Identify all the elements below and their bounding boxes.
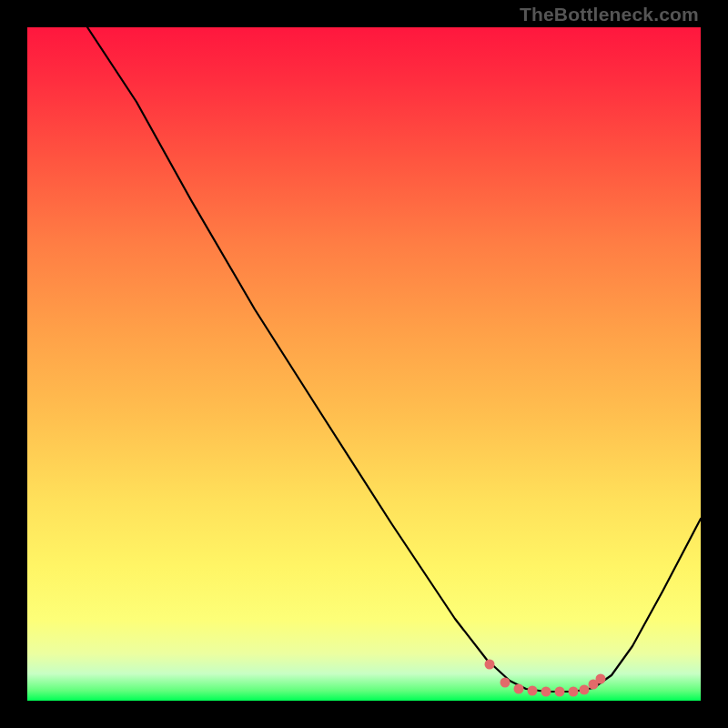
bottom-marker — [596, 674, 606, 684]
bottom-marker — [580, 685, 590, 695]
bottom-marker — [555, 687, 565, 697]
bottleneck-curve — [87, 27, 701, 692]
bottom-marker-group — [485, 660, 606, 697]
bottom-marker — [514, 684, 524, 694]
plot-area — [27, 27, 701, 701]
curve-layer — [27, 27, 701, 701]
bottom-marker — [485, 660, 495, 670]
attribution-text: TheBottleneck.com — [520, 4, 699, 25]
chart-frame: TheBottleneck.com — [0, 0, 728, 728]
bottom-marker — [569, 687, 579, 697]
bottom-marker — [500, 678, 511, 688]
bottom-marker — [541, 687, 551, 697]
bottom-marker — [528, 686, 538, 696]
